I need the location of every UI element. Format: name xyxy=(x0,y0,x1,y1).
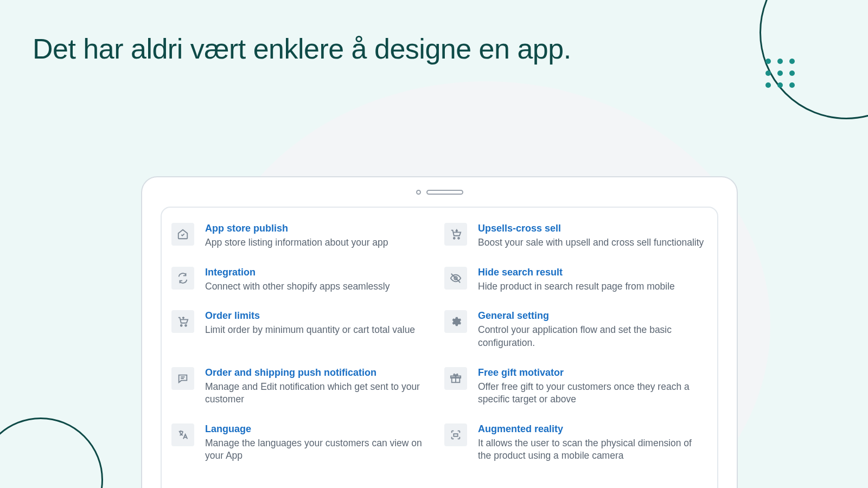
gear-icon xyxy=(444,310,467,333)
decorative-circle-bottom-left xyxy=(0,418,103,488)
feature-integration[interactable]: Integration Connect with other shopify a… xyxy=(171,267,435,293)
page-heading: Det har aldri vært enklere å designe en … xyxy=(33,33,571,65)
features-grid: App store publish App store listing info… xyxy=(171,223,707,463)
tablet-screen: App store publish App store listing info… xyxy=(161,207,718,488)
feature-title: App store publish xyxy=(205,223,388,234)
feature-hide-search-result[interactable]: Hide search result Hide product in searc… xyxy=(444,267,707,293)
ar-icon xyxy=(444,423,467,446)
decorative-dots-grid xyxy=(765,59,795,88)
feature-desc: Limit order by minimum quantity or cart … xyxy=(205,324,415,337)
feature-desc: Offer free gift to your customers once t… xyxy=(478,381,707,406)
svg-point-5 xyxy=(185,325,187,326)
feature-order-shipping-notification[interactable]: Order and shipping push notification Man… xyxy=(171,367,435,406)
feature-title: Integration xyxy=(205,267,390,278)
eye-slash-icon xyxy=(444,267,467,290)
speaker-icon xyxy=(426,190,463,195)
feature-desc: Boost your sale with upsell and cross se… xyxy=(478,236,704,249)
feature-general-setting[interactable]: General setting Control your application… xyxy=(444,310,707,349)
svg-point-4 xyxy=(181,325,182,326)
feature-title: Hide search result xyxy=(478,267,675,278)
feature-order-limits[interactable]: Order limits Limit order by minimum quan… xyxy=(171,310,435,349)
feature-desc: It allows the user to scan the physical … xyxy=(478,437,707,463)
svg-point-0 xyxy=(454,237,455,239)
arrows-cycle-icon xyxy=(171,267,194,290)
tablet-mockup: App store publish App store listing info… xyxy=(141,176,738,488)
feature-language[interactable]: Language Manage the languages your custo… xyxy=(171,423,435,463)
chat-icon xyxy=(171,367,194,390)
feature-title: Language xyxy=(205,423,435,435)
cart-limit-icon xyxy=(171,310,194,333)
feature-title: Free gift motivator xyxy=(478,367,707,378)
gift-icon xyxy=(444,367,467,390)
feature-augmented-reality[interactable]: Augmented reality It allows the user to … xyxy=(444,423,707,463)
translate-icon xyxy=(171,423,194,446)
feature-title: Augmented reality xyxy=(478,423,707,435)
feature-upsells-cross-sell[interactable]: Upsells-cross sell Boost your sale with … xyxy=(444,223,707,249)
feature-desc: Manage the languages your customers can … xyxy=(205,437,435,463)
feature-title: Order limits xyxy=(205,310,415,322)
feature-app-store-publish[interactable]: App store publish App store listing info… xyxy=(171,223,435,249)
svg-rect-11 xyxy=(454,434,457,436)
feature-desc: Control your application flow and set th… xyxy=(478,324,707,349)
feature-title: Upsells-cross sell xyxy=(478,223,704,234)
cart-arrow-icon xyxy=(444,223,467,246)
feature-title: Order and shipping push notification xyxy=(205,367,435,378)
feature-desc: Connect with other shopify apps seamless… xyxy=(205,280,390,293)
house-check-icon xyxy=(171,223,194,246)
feature-title: General setting xyxy=(478,310,707,322)
camera-dot-icon xyxy=(416,190,421,195)
svg-point-1 xyxy=(458,237,459,239)
feature-desc: App store listing information about your… xyxy=(205,236,388,249)
feature-free-gift-motivator[interactable]: Free gift motivator Offer free gift to y… xyxy=(444,367,707,406)
feature-desc: Hide product in search result page from … xyxy=(478,280,675,293)
tablet-top-bar xyxy=(142,177,737,207)
feature-desc: Manage and Edit notification which get s… xyxy=(205,381,435,406)
